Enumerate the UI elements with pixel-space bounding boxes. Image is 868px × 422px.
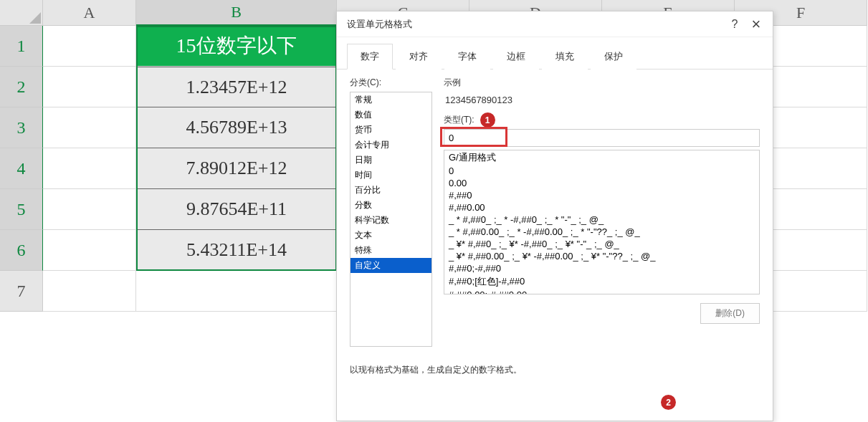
category-item-4[interactable]: 日期 bbox=[350, 153, 431, 168]
format-item-4[interactable]: #,##0.00 bbox=[444, 201, 759, 214]
cell-B7[interactable] bbox=[136, 271, 337, 312]
delete-button[interactable]: 删除(D) bbox=[700, 303, 760, 324]
select-all-corner[interactable] bbox=[0, 0, 43, 26]
category-item-0[interactable]: 常规 bbox=[350, 92, 431, 107]
row-header-4[interactable]: 4 bbox=[0, 148, 43, 189]
tab-2[interactable]: 字体 bbox=[444, 44, 490, 69]
row-header-1[interactable]: 1 bbox=[0, 26, 43, 67]
category-item-5[interactable]: 时间 bbox=[350, 168, 431, 183]
dialog-title: 设置单元格格式 bbox=[347, 18, 724, 31]
select-all-triangle-icon bbox=[29, 12, 41, 24]
tab-4[interactable]: 填充 bbox=[542, 44, 588, 69]
category-item-8[interactable]: 科学记数 bbox=[350, 213, 431, 228]
category-label: 分类(C): bbox=[350, 77, 432, 89]
annotation-badge-2: 2 bbox=[661, 395, 676, 410]
tab-1[interactable]: 对齐 bbox=[396, 44, 442, 69]
cell-A1[interactable] bbox=[43, 26, 136, 67]
row-header-3[interactable]: 3 bbox=[0, 107, 43, 148]
close-button[interactable]: × bbox=[745, 14, 767, 34]
hint-text: 以现有格式为基础，生成自定义的数字格式。 bbox=[337, 354, 773, 386]
format-item-7[interactable]: _ ¥* #,##0_ ;_ ¥* -#,##0_ ;_ ¥* "-"_ ;_ … bbox=[444, 238, 759, 250]
dialog-tabs: 数字对齐字体边框填充保护 bbox=[337, 37, 773, 69]
row-header-6[interactable]: 6 bbox=[0, 230, 43, 271]
annotation-badge-1: 1 bbox=[480, 112, 495, 128]
format-item-6[interactable]: _ * #,##0.00_ ;_ * -#,##0.00_ ;_ * "-"??… bbox=[444, 226, 759, 238]
cell-A4[interactable] bbox=[43, 148, 136, 189]
format-item-11[interactable]: #,##0.00;-#,##0.00 bbox=[444, 289, 759, 294]
cell-B2[interactable]: 1.23457E+12 bbox=[136, 67, 337, 107]
cell-A6[interactable] bbox=[43, 230, 136, 271]
row-header-5[interactable]: 5 bbox=[0, 189, 43, 230]
row-headers-column: 1234567 bbox=[0, 26, 43, 312]
sample-label: 示例 bbox=[444, 77, 760, 89]
tab-0[interactable]: 数字 bbox=[347, 44, 393, 69]
cell-B5[interactable]: 9.87654E+11 bbox=[136, 189, 337, 230]
format-cells-dialog: 设置单元格格式 ? × 数字对齐字体边框填充保护 分类(C): 常规数值货币会计… bbox=[336, 11, 773, 421]
help-button[interactable]: ? bbox=[724, 14, 745, 34]
category-item-2[interactable]: 货币 bbox=[350, 123, 431, 138]
format-item-2[interactable]: 0.00 bbox=[444, 177, 759, 189]
dialog-titlebar[interactable]: 设置单元格格式 ? × bbox=[337, 11, 773, 37]
row-header-7[interactable]: 7 bbox=[0, 271, 43, 312]
cell-A7[interactable] bbox=[43, 271, 136, 312]
category-item-10[interactable]: 特殊 bbox=[350, 243, 431, 258]
format-item-0[interactable]: G/通用格式 bbox=[444, 150, 759, 165]
cell-B1[interactable]: 15位数字以下 bbox=[136, 26, 337, 67]
cell-A5[interactable] bbox=[43, 189, 136, 230]
sample-value: 1234567890123 bbox=[444, 92, 760, 112]
category-list[interactable]: 常规数值货币会计专用日期时间百分比分数科学记数文本特殊自定义 bbox=[350, 92, 432, 347]
cell-B4[interactable]: 7.89012E+12 bbox=[136, 148, 337, 189]
format-item-5[interactable]: _ * #,##0_ ;_ * -#,##0_ ;_ * "-"_ ;_ @_ bbox=[444, 214, 759, 226]
type-input[interactable] bbox=[444, 129, 760, 147]
cell-A2[interactable] bbox=[43, 67, 136, 107]
cell-A3[interactable] bbox=[43, 107, 136, 148]
format-item-3[interactable]: #,##0 bbox=[444, 189, 759, 201]
column-header-B[interactable]: B bbox=[136, 0, 337, 26]
type-label: 类型(T): bbox=[444, 114, 474, 126]
format-list[interactable]: G/通用格式00.00#,##0#,##0.00_ * #,##0_ ;_ * … bbox=[444, 150, 760, 294]
category-item-9[interactable]: 文本 bbox=[350, 228, 431, 243]
category-item-6[interactable]: 百分比 bbox=[350, 183, 431, 198]
format-item-1[interactable]: 0 bbox=[444, 165, 759, 177]
category-item-1[interactable]: 数值 bbox=[350, 107, 431, 123]
format-item-9[interactable]: #,##0;-#,##0 bbox=[444, 262, 759, 274]
cell-B3[interactable]: 4.56789E+13 bbox=[136, 107, 337, 148]
column-header-A[interactable]: A bbox=[43, 0, 136, 26]
tab-5[interactable]: 保护 bbox=[591, 44, 636, 69]
tab-3[interactable]: 边框 bbox=[493, 44, 539, 69]
row-header-2[interactable]: 2 bbox=[0, 67, 43, 107]
category-item-11[interactable]: 自定义 bbox=[350, 258, 431, 273]
category-item-7[interactable]: 分数 bbox=[350, 198, 431, 213]
category-item-3[interactable]: 会计专用 bbox=[350, 138, 431, 153]
cell-B6[interactable]: 5.43211E+14 bbox=[136, 230, 337, 271]
format-item-10[interactable]: #,##0;[红色]-#,##0 bbox=[444, 274, 759, 289]
format-item-8[interactable]: _ ¥* #,##0.00_ ;_ ¥* -#,##0.00_ ;_ ¥* "-… bbox=[444, 250, 759, 262]
